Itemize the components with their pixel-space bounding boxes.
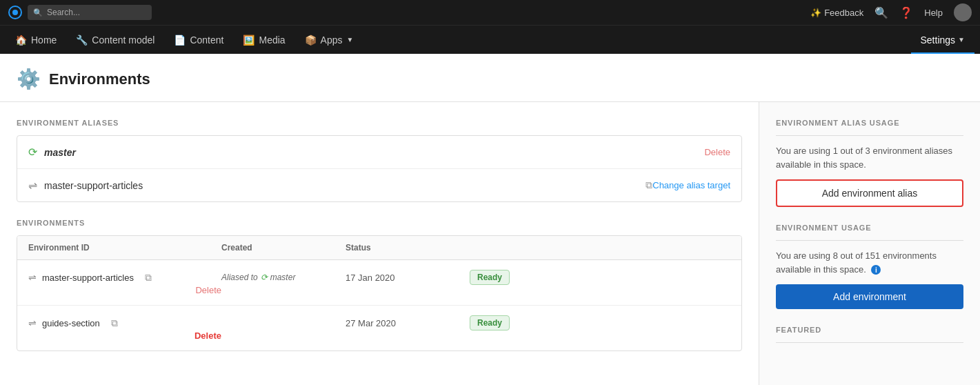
env-copy-icon-guides[interactable]: ⧉ <box>111 317 118 329</box>
alias-usage-header: ENVIRONMENT ALIAS USAGE <box>776 119 963 127</box>
col-env-id: Environment ID <box>28 243 221 253</box>
alias-change-target-msa[interactable]: Change alias target <box>652 180 730 190</box>
topbar: 🔍 Search... ✨ Feedback 🔍 ❓ Help <box>0 0 980 25</box>
nav-item-media[interactable]: 🖼️ Media <box>233 26 294 54</box>
env-usage-desc: You are using 8 out of 151 environments … <box>776 249 963 276</box>
apps-icon: 📦 <box>305 34 317 46</box>
env-branch-icon-guides: ⇌ <box>28 317 37 328</box>
env-created-guides: 27 Mar 2020 <box>346 317 470 328</box>
alias-usage-desc: You are using 1 out of 3 environment ali… <box>776 144 963 171</box>
svg-point-1 <box>12 10 18 15</box>
env-aliases-section: ENVIRONMENT ALIASES ⟳ master Delete ⇌ ma… <box>17 119 742 202</box>
help-label[interactable]: Help <box>924 8 943 18</box>
content-icon: 📄 <box>174 34 186 46</box>
alias-row-msa: ⇌ master-support-articles ⧉ Change alias… <box>17 169 741 201</box>
env-usage-section: ENVIRONMENT USAGE You are using 8 out of… <box>776 224 963 309</box>
featured-divider <box>776 342 963 343</box>
page-header: ⚙️ Environments <box>0 54 980 102</box>
env-id-text-guides: guides-section <box>42 318 100 328</box>
nav-item-settings[interactable]: Settings ▼ <box>911 26 975 54</box>
apps-chevron-icon: ▼ <box>347 36 354 43</box>
topbar-search-bar[interactable]: 🔍 Search... <box>28 5 152 20</box>
featured-header: FEATURED <box>776 326 963 334</box>
env-status-badge-guides: Ready <box>470 315 510 330</box>
search-icon[interactable]: 🔍 <box>874 6 888 19</box>
env-status-cell-guides: Ready <box>470 315 730 330</box>
aliased-to-label-msa: Aliased to <box>221 273 258 282</box>
env-usage-divider <box>776 240 963 241</box>
alias-usage-divider <box>776 135 963 136</box>
alias-row-master: ⟳ master Delete <box>17 136 741 169</box>
nav-item-content-model[interactable]: 🔧 Content model <box>66 26 164 54</box>
add-environment-alias-button[interactable]: Add environment alias <box>776 179 963 207</box>
star-icon: ✨ <box>810 8 821 18</box>
home-icon: 🏠 <box>15 34 27 46</box>
featured-section: FEATURED <box>776 326 963 343</box>
env-table-header: Environment ID Created Status <box>17 236 741 260</box>
alias-sync-icon-msa: ⟳ <box>261 273 268 282</box>
env-aliases-header: ENVIRONMENT ALIASES <box>17 119 742 127</box>
page-title: Environments <box>49 70 150 88</box>
env-row-msa: ⇌ master-support-articles ⧉ Aliased to ⟳… <box>17 260 741 306</box>
env-id-cell-guides: ⇌ guides-section ⧉ <box>28 317 221 329</box>
aliases-box: ⟳ master Delete ⇌ master-support-article… <box>17 135 742 202</box>
environments-icon: ⚙️ <box>17 68 41 90</box>
main-layout: ENVIRONMENT ALIASES ⟳ master Delete ⇌ ma… <box>0 102 980 385</box>
env-branch-icon-msa: ⇌ <box>28 272 37 283</box>
help-icon[interactable]: ❓ <box>899 6 913 19</box>
alias-name-msa: master-support-articles <box>44 180 640 191</box>
nav-item-apps[interactable]: 📦 Apps ▼ <box>295 26 363 54</box>
env-delete-guides[interactable]: Delete <box>28 330 221 341</box>
alias-delete-master[interactable]: Delete <box>704 147 730 157</box>
col-created: Created <box>221 243 346 253</box>
env-id-text-msa: master-support-articles <box>42 273 134 283</box>
alias-target-msa: master <box>270 273 296 282</box>
alias-sync-icon-master: ⟳ <box>28 146 37 159</box>
env-id-cell-msa: ⇌ master-support-articles ⧉ <box>28 272 221 284</box>
env-status-badge-msa: Ready <box>470 270 510 285</box>
feedback-button[interactable]: ✨ Feedback <box>810 8 863 18</box>
env-copy-icon-msa[interactable]: ⧉ <box>145 272 152 284</box>
env-usage-header: ENVIRONMENT USAGE <box>776 224 963 232</box>
col-status: Status <box>346 243 470 253</box>
topbar-search-text: Search... <box>47 8 80 17</box>
content-model-icon: 🔧 <box>76 34 88 46</box>
user-avatar[interactable] <box>954 3 972 21</box>
navbar-right: Settings ▼ <box>911 26 975 54</box>
right-sidebar: ENVIRONMENT ALIAS USAGE You are using 1 … <box>759 102 980 385</box>
app-logo[interactable] <box>8 6 22 19</box>
env-alias-info-msa: Aliased to ⟳ master <box>221 273 346 282</box>
env-status-cell-msa: Ready <box>470 270 730 285</box>
settings-chevron-icon: ▼ <box>958 36 965 43</box>
alias-name-master: master <box>44 147 704 158</box>
environments-table: Environment ID Created Status ⇌ master-s… <box>17 235 742 351</box>
topbar-right: ✨ Feedback 🔍 ❓ Help <box>810 3 972 21</box>
media-icon: 🖼️ <box>243 34 254 46</box>
env-delete-msa[interactable]: Delete <box>28 285 221 295</box>
info-icon[interactable]: i <box>871 265 881 275</box>
left-content: ENVIRONMENT ALIASES ⟳ master Delete ⇌ ma… <box>0 102 759 385</box>
navbar: 🏠 Home 🔧 Content model 📄 Content 🖼️ Medi… <box>0 25 980 54</box>
env-created-msa: 17 Jan 2020 <box>346 272 470 283</box>
add-environment-button[interactable]: Add environment <box>776 284 963 309</box>
alias-copy-icon-msa[interactable]: ⧉ <box>646 179 652 191</box>
alias-usage-section: ENVIRONMENT ALIAS USAGE You are using 1 … <box>776 119 963 207</box>
env-row-guides: ⇌ guides-section ⧉ 27 Mar 2020 Ready Del… <box>17 306 741 351</box>
nav-item-home[interactable]: 🏠 Home <box>6 26 66 54</box>
environments-header: ENVIRONMENTS <box>17 219 742 227</box>
nav-item-content[interactable]: 📄 Content <box>164 26 233 54</box>
alias-branch-icon-msa: ⇌ <box>28 179 37 192</box>
environments-section: ENVIRONMENTS Environment ID Created Stat… <box>17 219 742 351</box>
col-actions <box>470 243 730 253</box>
